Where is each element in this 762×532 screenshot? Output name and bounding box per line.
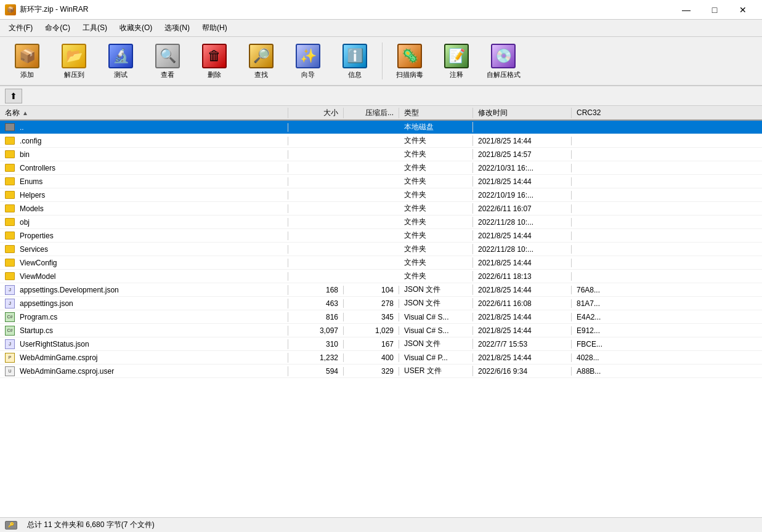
menu-item[interactable]: 收藏夹(O) — [113, 22, 158, 34]
toolbar: 📦添加📂解压到🔬测试🔍查看🗑删除🔎查找✨向导ℹ️信息🦠扫描病毒📝注释💿自解压格式 — [0, 37, 762, 86]
toolbar-icon-信息: ℹ️ — [342, 43, 368, 69]
file-row[interactable]: PWebAdminGame.csproj1,232400Visual C# P.… — [0, 351, 762, 365]
file-row[interactable]: ViewModel文件夹2022/6/11 18:13 — [0, 270, 762, 283]
toolbar-btn-查找[interactable]: 🔎查找 — [239, 39, 283, 83]
file-row[interactable]: Properties文件夹2021/8/25 14:44 — [0, 229, 762, 243]
file-name-cell: Enums — [0, 177, 288, 186]
address-bar: ⬆ — [0, 86, 762, 106]
col-packed-header[interactable]: 压缩后... — [344, 108, 399, 118]
file-name-text: obj — [20, 218, 30, 227]
toolbar-btn-添加[interactable]: 📦添加 — [5, 39, 49, 83]
file-name-cell: .config — [0, 137, 288, 145]
file-modified-cell: 2021/8/25 14:44 — [473, 286, 572, 294]
file-crc-cell: A88B... — [572, 367, 621, 376]
toolbar-btn-注释[interactable]: 📝注释 — [434, 39, 479, 83]
file-row[interactable]: ViewConfig文件夹2021/8/25 14:44 — [0, 256, 762, 270]
col-modified-header[interactable]: 修改时间 — [473, 108, 572, 118]
toolbar-btn-自解压格式[interactable]: 💿自解压格式 — [481, 39, 525, 83]
menu-item[interactable]: 工具(S) — [76, 22, 113, 34]
file-packed-cell: 345 — [344, 313, 399, 321]
file-type-cell: 文件夹 — [399, 217, 473, 227]
toolbar-icon-扫描病毒: 🦠 — [397, 43, 423, 69]
toolbar-icon-删除: 🗑 — [201, 43, 227, 69]
toolbar-btn-删除[interactable]: 🗑删除 — [192, 39, 237, 83]
up-button[interactable]: ⬆ — [5, 89, 22, 103]
file-crc-cell: 81A7... — [572, 299, 621, 308]
file-modified-cell: 2021/8/25 14:44 — [473, 326, 572, 335]
file-row[interactable]: Models文件夹2022/6/11 16:07 — [0, 202, 762, 216]
col-name-header[interactable]: 名称 ▲ — [0, 108, 288, 118]
menu-item[interactable]: 帮助(H) — [196, 22, 233, 34]
toolbar-btn-向导[interactable]: ✨向导 — [286, 39, 330, 83]
folder-icon — [5, 150, 15, 158]
file-packed-cell: 1,029 — [344, 326, 399, 335]
file-modified-cell: 2022/10/19 16:... — [473, 191, 572, 200]
toolbar-label-向导: 向导 — [301, 70, 315, 79]
toolbar-btn-信息[interactable]: ℹ️信息 — [333, 39, 377, 83]
file-row[interactable]: obj文件夹2022/11/28 10:... — [0, 216, 762, 229]
file-name-cell: Models — [0, 204, 288, 213]
file-crc-cell: FBCE... — [572, 340, 621, 349]
file-crc-cell: 4028... — [572, 353, 621, 362]
file-name-text: Services — [20, 245, 48, 254]
col-size-header[interactable]: 大小 — [288, 108, 344, 118]
file-list[interactable]: 名称 ▲ 大小 压缩后... 类型 修改时间 CRC32 ..本地磁盘.conf… — [0, 106, 762, 517]
toolbar-btn-查看[interactable]: 🔍查看 — [145, 39, 190, 83]
col-crc-header[interactable]: CRC32 — [572, 108, 621, 117]
file-name-cell: obj — [0, 218, 288, 227]
file-name-text: UserRightStatus.json — [20, 340, 89, 349]
toolbar-btn-测试[interactable]: 🔬测试 — [99, 39, 143, 83]
file-row[interactable]: C#Program.cs816345Visual C# S...2021/8/2… — [0, 310, 762, 324]
cs-file-icon: C# — [5, 326, 15, 336]
minimize-button[interactable]: — — [672, 0, 700, 20]
col-type-header[interactable]: 类型 — [399, 108, 473, 118]
file-row[interactable]: Enums文件夹2021/8/25 14:44 — [0, 175, 762, 188]
status-bar: 🔑 总计 11 文件夹和 6,680 字节(7 个文件) — [0, 517, 762, 532]
toolbar-label-信息: 信息 — [348, 70, 362, 79]
file-row[interactable]: Helpers文件夹2022/10/19 16:... — [0, 188, 762, 202]
file-row[interactable]: JUserRightStatus.json310167JSON 文件2022/7… — [0, 337, 762, 351]
file-size-cell: 463 — [288, 299, 344, 308]
menu-item[interactable]: 文件(F) — [2, 22, 39, 34]
app-icon: 📦 — [5, 4, 16, 15]
file-name-text: .. — [20, 123, 24, 132]
cs-file-icon: C# — [5, 312, 15, 322]
title-bar: 📦 新环宇.zip - WinRAR — □ ✕ — [0, 0, 762, 20]
file-row[interactable]: Jappsettings.Development.json168104JSON … — [0, 283, 762, 297]
json-file-icon: J — [5, 299, 15, 308]
file-type-cell: 文件夹 — [399, 244, 473, 254]
file-size-cell: 310 — [288, 340, 344, 349]
file-row[interactable]: Jappsettings.json463278JSON 文件2022/6/11 … — [0, 297, 762, 310]
menu-bar: 文件(F)命令(C)工具(S)收藏夹(O)选项(N)帮助(H) — [0, 20, 762, 37]
menu-item[interactable]: 命令(C) — [39, 22, 76, 34]
file-type-cell: JSON 文件 — [399, 298, 473, 308]
file-packed-cell: 104 — [344, 286, 399, 294]
file-modified-cell: 2022/6/11 16:08 — [473, 299, 572, 308]
menu-item[interactable]: 选项(N) — [158, 22, 196, 34]
file-row[interactable]: .config文件夹2021/8/25 14:44 — [0, 134, 762, 148]
folder-icon — [5, 245, 15, 253]
file-row[interactable]: ..本地磁盘 — [0, 121, 762, 134]
toolbar-separator — [382, 42, 383, 79]
file-name-cell: Jappsettings.json — [0, 299, 288, 308]
file-name-text: Enums — [20, 177, 43, 186]
file-row[interactable]: bin文件夹2021/8/25 14:57 — [0, 148, 762, 161]
toolbar-btn-扫描病毒[interactable]: 🦠扫描病毒 — [387, 39, 432, 83]
maximize-button[interactable]: □ — [700, 0, 729, 20]
file-row[interactable]: Services文件夹2022/11/28 10:... — [0, 243, 762, 256]
file-name-text: appsettings.Development.json — [20, 286, 119, 294]
file-row[interactable]: Controllers文件夹2022/10/31 16:... — [0, 161, 762, 175]
file-type-cell: USER 文件 — [399, 366, 473, 376]
toolbar-label-删除: 删除 — [208, 70, 221, 79]
toolbar-btn-解压到[interactable]: 📂解压到 — [52, 39, 96, 83]
file-row[interactable]: UWebAdminGame.csproj.user594329USER 文件20… — [0, 365, 762, 378]
file-name-text: bin — [20, 150, 30, 159]
close-button[interactable]: ✕ — [729, 0, 757, 20]
toolbar-label-查找: 查找 — [254, 70, 268, 79]
file-row[interactable]: C#Startup.cs3,0971,029Visual C# S...2021… — [0, 324, 762, 337]
toolbar-icon-自解压格式: 💿 — [490, 43, 516, 69]
file-name-text: Controllers — [20, 164, 55, 172]
file-modified-cell: 2022/6/11 16:07 — [473, 204, 572, 213]
file-type-cell: 文件夹 — [399, 271, 473, 281]
toolbar-icon-向导: ✨ — [295, 43, 321, 69]
